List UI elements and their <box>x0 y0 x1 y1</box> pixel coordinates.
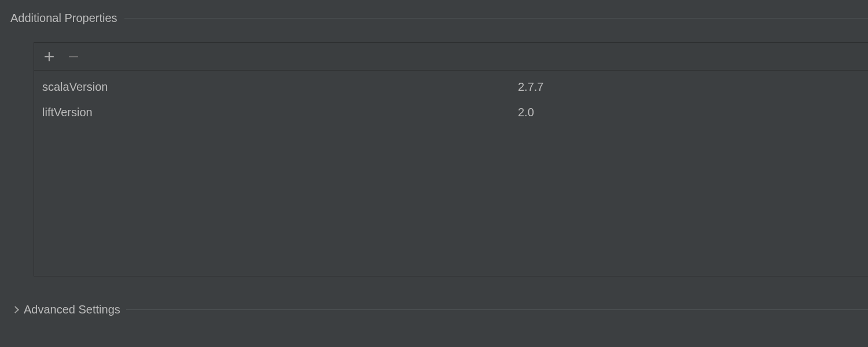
properties-table: scalaVersion 2.7.7 liftVersion 2.0 <box>34 71 868 276</box>
property-value: 2.0 <box>510 106 868 119</box>
section-divider <box>124 18 868 19</box>
property-key: liftVersion <box>34 106 510 119</box>
section-divider <box>126 309 868 310</box>
property-value: 2.7.7 <box>510 80 868 94</box>
property-key: scalaVersion <box>34 80 510 94</box>
minus-icon <box>68 51 79 62</box>
svg-rect-2 <box>69 56 78 57</box>
properties-toolbar <box>34 43 868 71</box>
section-title: Advanced Settings <box>24 303 120 316</box>
section-title: Additional Properties <box>10 12 117 25</box>
remove-property-button[interactable] <box>67 50 80 64</box>
additional-properties-section: Additional Properties scalaVersion 2.7.7 <box>0 0 868 276</box>
section-header: Additional Properties <box>0 12 868 25</box>
chevron-right-icon <box>12 306 19 313</box>
plus-icon <box>44 51 54 62</box>
properties-panel: scalaVersion 2.7.7 liftVersion 2.0 <box>34 42 868 276</box>
svg-rect-1 <box>45 56 54 57</box>
add-property-button[interactable] <box>42 50 56 64</box>
advanced-settings-section: Advanced Settings <box>0 276 868 316</box>
section-header-collapsible[interactable]: Advanced Settings <box>0 303 868 316</box>
table-row[interactable]: liftVersion 2.0 <box>34 99 868 125</box>
table-row[interactable]: scalaVersion 2.7.7 <box>34 74 868 99</box>
